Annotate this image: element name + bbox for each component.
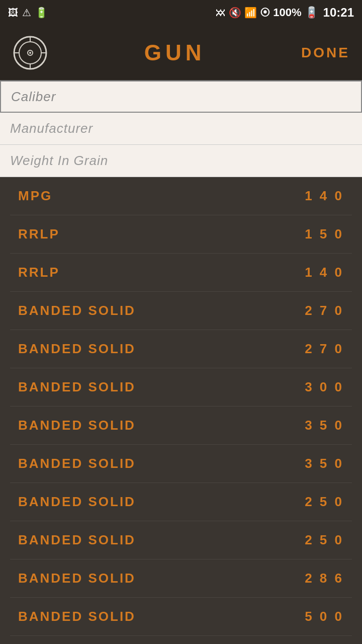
list-item-value: 3 5 0 xyxy=(305,418,344,433)
alert-icon: ⚠ xyxy=(22,7,31,19)
weight-row[interactable] xyxy=(0,145,362,177)
caliber-input[interactable] xyxy=(11,89,351,105)
list-item-name: BANDED SOLID xyxy=(18,341,136,357)
manufacturer-input[interactable] xyxy=(10,121,352,136)
list-item[interactable]: BANDED SOLID2 7 0 xyxy=(10,330,352,368)
list-item-value: 2 5 0 xyxy=(305,532,344,548)
list-item[interactable]: BANDED SOLID3 0 0 xyxy=(10,368,352,407)
list-item-name: BANDED SOLID xyxy=(18,571,136,586)
app-logo xyxy=(12,35,48,71)
list-item-name: BANDED SOLID xyxy=(18,494,136,510)
list-item[interactable]: BANDED SOLID2 5 0 xyxy=(10,483,352,521)
list-item-value: 2 7 0 xyxy=(305,303,344,318)
list-item-name: BANDED SOLID xyxy=(18,609,136,624)
list-item-value: 3 5 0 xyxy=(305,456,344,471)
done-button[interactable]: DONE xyxy=(301,45,350,61)
list-item-value: 1 5 0 xyxy=(305,226,344,242)
list-item[interactable]: BANDED SOLID2 5 0 xyxy=(10,521,352,559)
list-item-value: 5 0 0 xyxy=(305,609,344,624)
caliber-row[interactable] xyxy=(0,80,362,113)
list-item-value: 3 0 0 xyxy=(305,379,344,395)
status-time: 10:21 xyxy=(323,6,354,20)
list-item[interactable]: BANDED SOLID2 7 0 xyxy=(10,292,352,330)
list-item-value: 2 7 0 xyxy=(305,341,344,357)
page-title: GUN xyxy=(144,40,206,65)
list-item[interactable]: BANDED SOLID5 0 0 xyxy=(10,598,352,636)
weight-input[interactable] xyxy=(10,153,352,169)
ammo-list: MPG1 4 0RRLP1 5 0RRLP1 4 0BANDED SOLID2 … xyxy=(0,177,362,636)
list-item-name: BANDED SOLID xyxy=(18,379,136,395)
list-item[interactable]: RRLP1 4 0 xyxy=(10,254,352,292)
list-item[interactable]: BANDED SOLID2 8 6 xyxy=(10,559,352,598)
list-item-name: RRLP xyxy=(18,265,60,280)
list-item-name: BANDED SOLID xyxy=(18,456,136,471)
search-section xyxy=(0,80,362,177)
battery-percent: 100% xyxy=(273,6,301,19)
circle-icon: ⦿ xyxy=(260,7,270,19)
list-item[interactable]: RRLP1 5 0 xyxy=(10,215,352,254)
list-item-name: MPG xyxy=(18,188,52,204)
list-item-name: BANDED SOLID xyxy=(18,532,136,548)
list-item[interactable]: MPG1 4 0 xyxy=(10,177,352,215)
status-right-icons: ⯵ 🔇 📶 ⦿ 100% 🪫 10:21 xyxy=(216,6,354,20)
battery-icon: 🔋 xyxy=(35,7,48,19)
battery-full-icon: 🪫 xyxy=(305,6,318,19)
list-item-name: BANDED SOLID xyxy=(18,418,136,433)
status-bar: 🖼 ⚠ 🔋 ⯵ 🔇 📶 ⦿ 100% 🪫 10:21 xyxy=(0,0,362,25)
list-item-name: BANDED SOLID xyxy=(18,303,136,318)
image-icon: 🖼 xyxy=(8,7,18,19)
header: GUN DONE xyxy=(0,25,362,80)
list-item-value: 2 5 0 xyxy=(305,494,344,510)
mute-icon: 🔇 xyxy=(229,7,241,19)
svg-point-3 xyxy=(29,52,31,54)
list-item-value: 2 8 6 xyxy=(305,571,344,586)
status-left-icons: 🖼 ⚠ 🔋 xyxy=(8,7,48,19)
list-item[interactable]: BANDED SOLID3 5 0 xyxy=(10,445,352,483)
list-item[interactable]: BANDED SOLID3 5 0 xyxy=(10,407,352,445)
manufacturer-row[interactable] xyxy=(0,113,362,145)
list-item-name: RRLP xyxy=(18,226,60,242)
list-item-value: 1 4 0 xyxy=(305,188,344,204)
bluetooth-icon: ⯵ xyxy=(216,7,226,19)
wifi-icon: 📶 xyxy=(244,7,257,19)
list-item-value: 1 4 0 xyxy=(305,265,344,280)
